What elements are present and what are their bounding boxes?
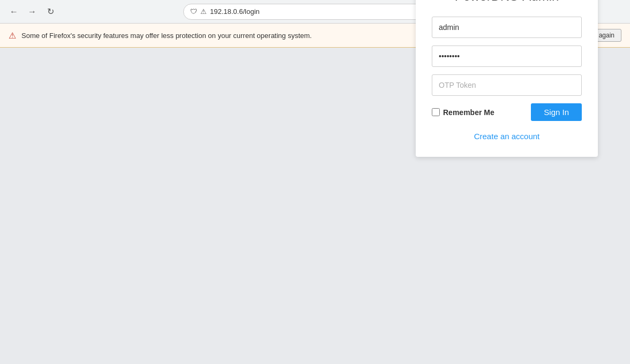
warning-icon: ⚠ [9,31,16,41]
remember-me-text: Remember Me [443,108,494,117]
login-title: PowerDNS-Admin [432,0,582,4]
username-input[interactable] [432,17,582,38]
login-actions-row: Remember Me Sign In [432,103,582,121]
back-button[interactable]: ← [6,4,21,19]
nav-buttons: ← → ↻ [6,4,58,19]
reload-button[interactable]: ↻ [43,4,58,19]
card-body: PowerDNS-Admin Remember Me Sign In Creat… [416,0,598,157]
forward-button[interactable]: → [25,4,40,19]
lock-icon: ⚠ [200,7,207,16]
sign-in-button[interactable]: Sign In [531,103,582,121]
otp-input[interactable] [432,74,582,96]
shield-icon: 🛡 [190,7,197,16]
login-card: PowerDNS-Admin Remember Me Sign In Creat… [416,0,598,157]
page-content: PowerDNS-Admin Remember Me Sign In Creat… [0,48,630,364]
url-text: 192.18.0.6/login [210,7,260,16]
remember-me-label[interactable]: Remember Me [432,108,494,117]
password-input[interactable] [432,46,582,67]
create-account-link[interactable]: Create an account [432,132,582,141]
remember-me-checkbox[interactable] [432,108,440,116]
